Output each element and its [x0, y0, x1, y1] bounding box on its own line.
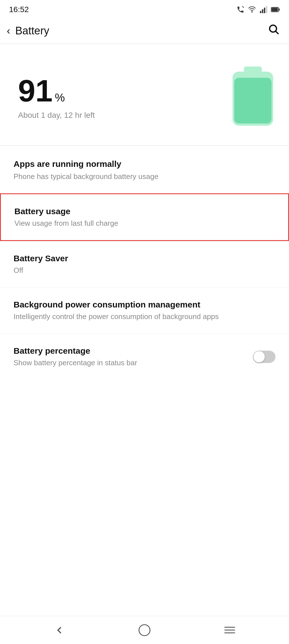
battery-percentage-item[interactable]: Battery percentage Show battery percenta… — [0, 333, 289, 380]
svg-rect-8 — [272, 8, 278, 12]
battery-percentage-subtitle: Show battery percentage in status bar — [14, 358, 137, 367]
status-message-section: Apps are running normally Phone has typi… — [0, 146, 289, 193]
nav-home-button[interactable] — [134, 620, 155, 641]
svg-point-1 — [252, 12, 252, 12]
svg-rect-5 — [266, 6, 267, 13]
status-battery-icon — [271, 6, 280, 13]
battery-percentage-toggle[interactable] — [253, 351, 275, 363]
nav-menu-icon — [224, 627, 235, 633]
svg-line-10 — [276, 31, 279, 34]
toggle-knob — [253, 351, 265, 362]
battery-percentage-symbol: % — [55, 91, 65, 104]
svg-rect-14 — [234, 78, 272, 123]
search-button[interactable] — [268, 24, 280, 38]
background-power-title: Background power consumption management — [14, 300, 275, 309]
phone-icon — [237, 6, 244, 14]
app-bar-left: ‹ Battery — [7, 25, 49, 37]
battery-percentage-row-layout: Battery percentage Show battery percenta… — [14, 346, 275, 367]
battery-graphic — [230, 67, 275, 129]
status-bar: 16:52 — [0, 0, 289, 18]
battery-level-icon — [230, 67, 275, 129]
app-bar: ‹ Battery — [0, 18, 289, 44]
status-time: 16:52 — [9, 5, 29, 14]
wifi-icon — [248, 6, 256, 14]
back-button[interactable]: ‹ — [7, 26, 10, 36]
nav-home-icon — [139, 624, 150, 636]
background-power-subtitle: Intelligently control the power consumpt… — [14, 312, 275, 321]
svg-rect-4 — [264, 8, 265, 13]
battery-saver-subtitle: Off — [14, 266, 275, 275]
signal-icon — [260, 6, 268, 14]
battery-text-info: 91 % About 1 day, 12 hr left — [18, 75, 95, 120]
svg-rect-2 — [260, 11, 261, 13]
background-power-item[interactable]: Background power consumption management … — [0, 287, 289, 333]
page-title: Battery — [15, 25, 49, 37]
battery-percentage-row: 91 % — [18, 75, 95, 106]
battery-usage-subtitle: View usage from last full charge — [14, 219, 275, 228]
status-subtitle: Phone has typical background battery usa… — [14, 172, 275, 181]
svg-rect-3 — [262, 9, 263, 13]
status-title: Apps are running normally — [14, 159, 275, 169]
nav-back-button[interactable] — [49, 620, 69, 640]
battery-percentage-title: Battery percentage — [14, 346, 137, 356]
nav-back-icon — [54, 625, 65, 636]
battery-percentage-text: Battery percentage Show battery percenta… — [14, 346, 137, 367]
battery-saver-item[interactable]: Battery Saver Off — [0, 241, 289, 287]
bottom-navigation — [0, 616, 289, 644]
svg-rect-7 — [279, 8, 280, 11]
battery-usage-item[interactable]: Battery usage View usage from last full … — [0, 193, 289, 241]
battery-saver-title: Battery Saver — [14, 254, 275, 263]
battery-info-section: 91 % About 1 day, 12 hr left — [0, 44, 289, 145]
battery-time-left: About 1 day, 12 hr left — [18, 111, 95, 120]
status-icons — [237, 6, 280, 14]
battery-percentage-number: 91 — [18, 75, 52, 106]
battery-usage-title: Battery usage — [14, 207, 275, 216]
nav-menu-button[interactable] — [220, 622, 240, 638]
svg-point-9 — [270, 25, 277, 32]
content-area: 91 % About 1 day, 12 hr left Apps are ru… — [0, 44, 289, 413]
